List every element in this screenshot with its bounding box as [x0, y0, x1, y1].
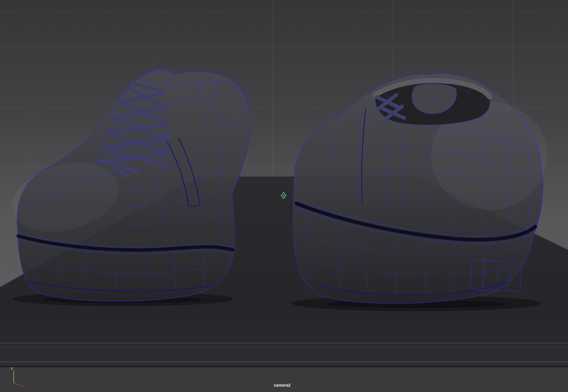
viewport-canvas: y x camera2: [0, 0, 568, 392]
camera-label: camera2: [274, 383, 291, 388]
axis-y-label: y: [11, 366, 13, 370]
axis-x-label: x: [21, 384, 23, 388]
3d-viewport[interactable]: y x camera2: [0, 0, 568, 392]
